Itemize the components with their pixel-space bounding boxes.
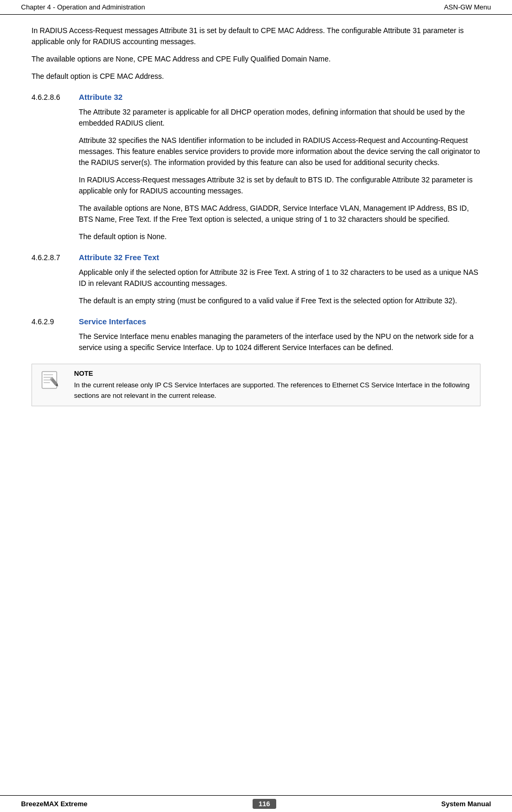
section-4629-para-0: The Service Interface menu enables manag… [79,331,480,353]
section-heading-4628-6: 4.6.2.8.6 Attribute 32 [32,92,480,101]
section-heading-4629: 4.6.2.9 Service Interfaces [32,317,480,326]
note-icon-container [40,369,66,392]
section-number-4628-6: 4.6.2.8.6 [32,93,79,101]
note-box: NOTE In the current release only IP CS S… [32,364,480,406]
section-4628-7-para-0: Applicable only if the selected option f… [79,267,480,289]
section-4628-7-para-1: The default is an empty string (must be … [79,295,480,306]
section-4628-6-para-3: The available options are None, BTS MAC … [79,203,480,225]
intro-para-3: The default option is CPE MAC Address. [32,71,480,82]
svg-rect-4 [44,382,50,383]
footer-left: BreezeMAX Extreme [21,800,87,808]
note-pencil-icon [40,369,61,390]
section-heading-4628-7: 4.6.2.8.7 Attribute 32 Free Text [32,253,480,262]
section-number-4628-7: 4.6.2.8.7 [32,253,79,262]
note-content: NOTE In the current release only IP CS S… [74,369,472,400]
page-container: Chapter 4 - Operation and Administration… [0,0,512,812]
section-4628-6-para-2: In RADIUS Access-Request messages Attrib… [79,174,480,197]
section-title-4628-6: Attribute 32 [79,92,122,101]
section-4628-6-para-1: Attribute 32 specifies the NAS Identifie… [79,135,480,168]
main-content: In RADIUS Access-Request messages Attrib… [0,15,512,795]
section-title-4628-7: Attribute 32 Free Text [79,253,159,262]
note-text: In the current release only IP CS Servic… [74,380,472,400]
svg-rect-1 [44,374,53,375]
intro-para-1: In RADIUS Access-Request messages Attrib… [32,25,480,47]
section-title-4629: Service Interfaces [79,317,146,326]
note-label: NOTE [74,369,472,377]
header-left: Chapter 4 - Operation and Administration [21,3,145,11]
section-4628-6-para-0: The Attribute 32 parameter is applicable… [79,107,480,129]
header-bar: Chapter 4 - Operation and Administration… [0,0,512,15]
footer-page-number: 116 [253,799,277,809]
header-right: ASN-GW Menu [444,3,491,11]
footer-bar: BreezeMAX Extreme 116 System Manual [0,795,512,812]
section-number-4629: 4.6.2.9 [32,317,79,326]
footer-right: System Manual [441,800,491,808]
section-4628-6-para-4: The default option is None. [79,231,480,242]
intro-para-2: The available options are None, CPE MAC … [32,54,480,65]
